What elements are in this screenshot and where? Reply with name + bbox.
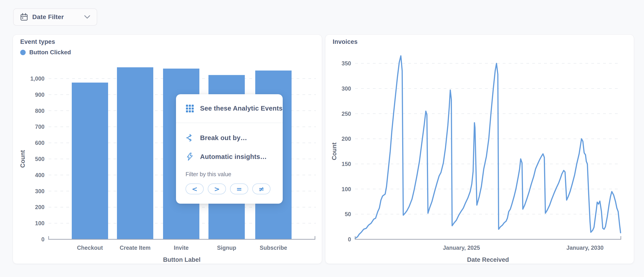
- filter-equals-button[interactable]: =: [230, 184, 248, 194]
- x-tick-label: Checkout: [77, 244, 103, 251]
- filter-operator-row: < > = ≠: [186, 184, 270, 194]
- invoices-line-series[interactable]: [355, 56, 620, 238]
- line-chart-svg: 050100150200250300350CountJanuary, 2025J…: [326, 35, 634, 264]
- y-tick-label: 250: [342, 110, 351, 117]
- menu-item-label: Automatic insights…: [200, 153, 267, 160]
- y-tick-label: 150: [342, 161, 351, 167]
- y-axis-title: Count: [331, 142, 338, 160]
- x-axis-title: Button Label: [163, 256, 200, 263]
- insights-bolt-icon: [186, 152, 194, 161]
- breakout-icon: [186, 134, 194, 142]
- y-tick-label: 1,000: [30, 76, 44, 82]
- y-tick-label: 200: [35, 204, 44, 210]
- dashboard-page: { "filter_bar": { "date_filter_label": "…: [0, 0, 644, 277]
- invoices-card: Invoices 050100150200250300350CountJanua…: [325, 34, 634, 264]
- y-tick-label: 100: [35, 220, 44, 226]
- grid-icon: [186, 104, 194, 113]
- y-tick-label: 600: [35, 140, 44, 146]
- y-tick-label: 350: [342, 60, 351, 66]
- x-tick-label: January, 2025: [443, 244, 480, 251]
- x-tick-label: January, 2030: [566, 244, 604, 251]
- x-axis-title: Date Received: [467, 256, 509, 263]
- date-filter-label: Date Filter: [32, 14, 64, 21]
- y-tick-label: 300: [35, 188, 44, 194]
- menu-item-see-analytic-events[interactable]: See these Analytic Events: [176, 94, 283, 122]
- y-tick-label: 900: [35, 92, 44, 98]
- menu-item-automatic-insights[interactable]: Automatic insights…: [176, 147, 283, 166]
- y-tick-label: 800: [35, 108, 44, 114]
- y-tick-label: 100: [342, 186, 351, 192]
- x-tick-label: Signup: [217, 244, 236, 251]
- menu-item-break-out-by[interactable]: Break out by…: [176, 128, 283, 147]
- chevron-down-icon: [84, 15, 90, 19]
- filter-less-than-button[interactable]: <: [186, 184, 204, 194]
- x-tick-label: Subscribe: [260, 244, 287, 251]
- bar-checkout[interactable]: [72, 83, 108, 239]
- y-tick-label: 700: [35, 124, 44, 130]
- menu-divider: [176, 122, 283, 123]
- y-tick-label: 400: [35, 172, 44, 178]
- chart-context-menu: See these Analytic Events Break out by… …: [176, 94, 283, 204]
- filter-by-value-label: Filter by this value: [186, 170, 231, 179]
- date-filter-button[interactable]: Date Filter: [13, 8, 97, 26]
- calendar-icon: [20, 13, 28, 21]
- y-tick-label: 500: [35, 156, 44, 162]
- menu-item-label: See these Analytic Events: [200, 105, 282, 112]
- filter-not-equals-button[interactable]: ≠: [252, 184, 270, 194]
- x-tick-label: Create Item: [120, 244, 150, 251]
- y-tick-label: 0: [348, 236, 351, 242]
- y-axis-title: Count: [19, 150, 26, 168]
- bar-create-item[interactable]: [117, 67, 153, 239]
- y-tick-label: 200: [342, 136, 351, 142]
- line-chart: 050100150200250300350CountJanuary, 2025J…: [326, 35, 634, 265]
- filter-greater-than-button[interactable]: >: [208, 184, 226, 194]
- menu-item-label: Break out by…: [200, 134, 247, 142]
- x-axis-line: [355, 236, 621, 239]
- y-tick-label: 50: [345, 211, 351, 217]
- y-tick-label: 0: [41, 236, 44, 242]
- y-tick-label: 300: [342, 85, 351, 92]
- x-tick-label: Invite: [174, 244, 188, 251]
